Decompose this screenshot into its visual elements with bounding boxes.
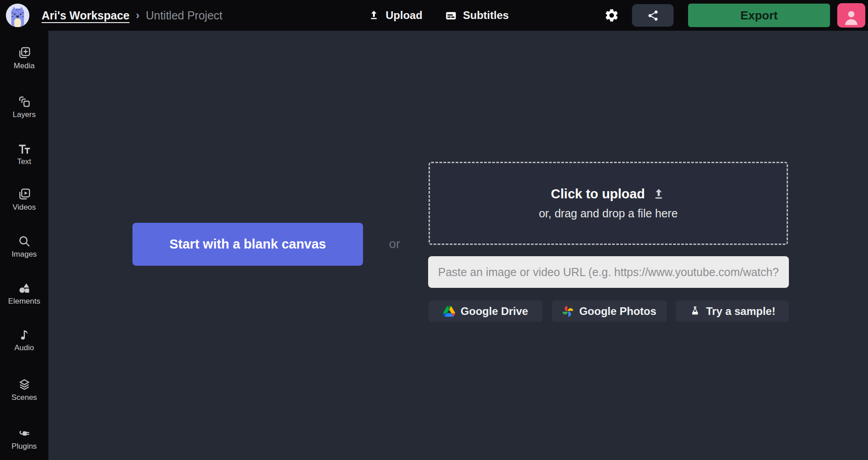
music-note-icon xyxy=(18,328,31,342)
dropzone-title: Click to upload xyxy=(551,187,645,202)
share-nodes-icon xyxy=(647,9,659,22)
sidebar-item-media[interactable]: Media xyxy=(0,46,48,70)
sidebar-item-label: Scenes xyxy=(11,393,37,402)
project-title[interactable]: Untitled Project xyxy=(146,9,222,22)
sidebar-item-label: Videos xyxy=(13,203,36,212)
gear-icon xyxy=(604,8,619,23)
subtitles-badge-icon xyxy=(445,9,457,22)
account-avatar-button[interactable] xyxy=(837,3,865,28)
person-icon xyxy=(841,7,862,28)
google-drive-label: Google Drive xyxy=(461,305,528,318)
sidebar-item-label: Text xyxy=(17,157,31,166)
sidebar-item-audio[interactable]: Audio xyxy=(0,328,48,352)
upload-button-label: Upload xyxy=(386,9,422,22)
sidebar-item-label: Layers xyxy=(13,110,36,119)
breadcrumb: Ari's Workspace › Untitled Project xyxy=(42,0,222,31)
media-add-icon xyxy=(18,46,31,60)
export-button[interactable]: Export xyxy=(688,4,830,27)
stacked-layers-icon xyxy=(18,378,31,391)
cat-avatar-icon xyxy=(5,3,30,28)
video-play-icon xyxy=(18,188,31,201)
sidebar: Media Layers Text Video xyxy=(0,31,48,460)
upload-dropzone[interactable]: Click to upload or, drag and drop a file… xyxy=(429,162,788,245)
sidebar-item-images[interactable]: Images xyxy=(0,235,48,259)
sidebar-item-videos[interactable]: Videos xyxy=(0,188,48,212)
breadcrumb-separator: › xyxy=(136,9,139,22)
sidebar-item-text[interactable]: Text xyxy=(0,142,48,166)
google-drive-button[interactable]: Google Drive xyxy=(429,300,542,322)
layers-copy-icon xyxy=(18,95,31,108)
sidebar-item-layers[interactable]: Layers xyxy=(0,95,48,119)
workspace-name-link[interactable]: Ari's Workspace xyxy=(42,9,129,22)
plug-icon xyxy=(18,427,31,440)
shapes-icon xyxy=(18,282,31,295)
import-options-row: Google Drive Google Photos xyxy=(429,300,789,322)
url-input[interactable] xyxy=(428,256,789,288)
workspace-avatar[interactable] xyxy=(5,3,30,28)
upload-button[interactable]: Upload xyxy=(368,0,422,31)
google-drive-icon xyxy=(443,306,455,317)
sidebar-item-label: Images xyxy=(12,250,37,259)
sidebar-item-plugins[interactable]: Plugins xyxy=(0,427,48,451)
google-photos-button[interactable]: Google Photos xyxy=(552,300,667,322)
sidebar-item-label: Audio xyxy=(14,343,34,352)
editor-start-area: Start with a blank canvas or Click to up… xyxy=(48,31,868,460)
settings-button[interactable] xyxy=(603,7,620,23)
text-Tt-icon xyxy=(18,142,31,155)
sidebar-item-label: Plugins xyxy=(12,442,37,451)
upload-arrow-icon xyxy=(652,188,665,201)
subtitles-button[interactable]: Subtitles xyxy=(445,0,509,31)
sidebar-item-label: Elements xyxy=(8,297,40,306)
try-sample-label: Try a sample! xyxy=(706,305,775,318)
upload-arrow-icon xyxy=(368,9,380,21)
try-sample-button[interactable]: Try a sample! xyxy=(676,300,789,322)
or-separator-label: or xyxy=(381,237,408,251)
sidebar-item-scenes[interactable]: Scenes xyxy=(0,378,48,402)
subtitles-button-label: Subtitles xyxy=(463,9,509,22)
dropzone-title-row: Click to upload xyxy=(551,187,666,202)
google-photos-icon xyxy=(562,305,574,317)
share-button[interactable] xyxy=(632,4,674,27)
top-bar: Ari's Workspace › Untitled Project Uploa… xyxy=(0,0,868,31)
sidebar-item-label: Media xyxy=(14,61,34,70)
image-search-icon xyxy=(18,235,31,248)
start-blank-canvas-button[interactable]: Start with a blank canvas xyxy=(132,223,363,266)
google-photos-label: Google Photos xyxy=(579,305,656,318)
sidebar-item-elements[interactable]: Elements xyxy=(0,282,48,306)
flask-icon xyxy=(689,305,701,317)
dropzone-subtitle: or, drag and drop a file here xyxy=(539,207,678,220)
